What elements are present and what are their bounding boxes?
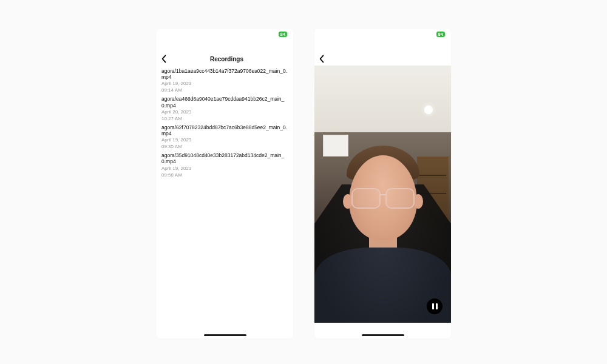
list-item[interactable]: agora/62f70782324bdd87bc7ac6b3e88d5ee2_m… [161, 124, 288, 150]
recordings-list: agora/1ba1aea9cc443b14a7f372a9706ea022_m… [157, 68, 293, 339]
recording-time: 09:35 AM [161, 144, 288, 150]
video-bg-frame [323, 135, 348, 157]
home-indicator[interactable] [362, 334, 404, 336]
recording-date: April 19, 2023 [161, 81, 288, 87]
phone-frame-player: 84 RTE2020 [314, 29, 451, 339]
battery-badge: 84 [436, 32, 445, 37]
list-item[interactable]: agora/ea466d6a9040e1ae79cddaa941bb26c2_m… [161, 96, 288, 121]
pause-button[interactable] [427, 298, 443, 314]
glasses-lens [385, 188, 415, 209]
nav-bar: Recordings [157, 52, 293, 66]
recording-filename: agora/62f70782324bdd87bc7ac6b3e88d5ee2_m… [161, 124, 288, 136]
list-item[interactable]: agora/35d91048cd40e33b283172abd134cde2_m… [161, 152, 288, 178]
chevron-left-icon [318, 55, 325, 63]
status-bar: 84 [436, 32, 445, 37]
recording-filename: agora/ea466d6a9040e1ae79cddaa941bb26c2_m… [161, 96, 288, 108]
status-bar: 84 [279, 32, 287, 37]
video-person-glasses [351, 188, 415, 206]
nav-bar [314, 52, 451, 66]
recording-date: April 19, 2023 [161, 137, 288, 143]
recording-date: April 20, 2023 [161, 109, 288, 115]
phone-frame-recordings: 84 Recordings agora/1ba1aea9cc443b14a7f3… [157, 29, 293, 339]
recording-filename: agora/35d91048cd40e33b283172abd134cde2_m… [161, 152, 288, 164]
back-button[interactable] [314, 52, 335, 66]
recording-filename: agora/1ba1aea9cc443b14a7f372a9706ea022_m… [161, 68, 288, 80]
recording-time: 09:14 AM [161, 87, 288, 93]
video-player[interactable]: RTE2020 [314, 66, 451, 323]
pause-icon [432, 303, 434, 309]
list-item[interactable]: agora/1ba1aea9cc443b14a7f372a9706ea022_m… [161, 68, 288, 93]
battery-badge: 84 [279, 32, 287, 37]
recording-date: April 19, 2023 [161, 166, 288, 172]
recording-time: 09:58 AM [161, 172, 288, 178]
video-bg-ceiling [314, 66, 451, 132]
video-person-ear [413, 194, 423, 209]
page-title: Recordings [160, 56, 293, 62]
home-indicator[interactable] [204, 334, 246, 336]
pause-icon [436, 303, 438, 309]
glasses-lens [351, 188, 381, 209]
recording-time: 10:27 AM [161, 116, 288, 122]
video-bg-light [424, 106, 433, 114]
